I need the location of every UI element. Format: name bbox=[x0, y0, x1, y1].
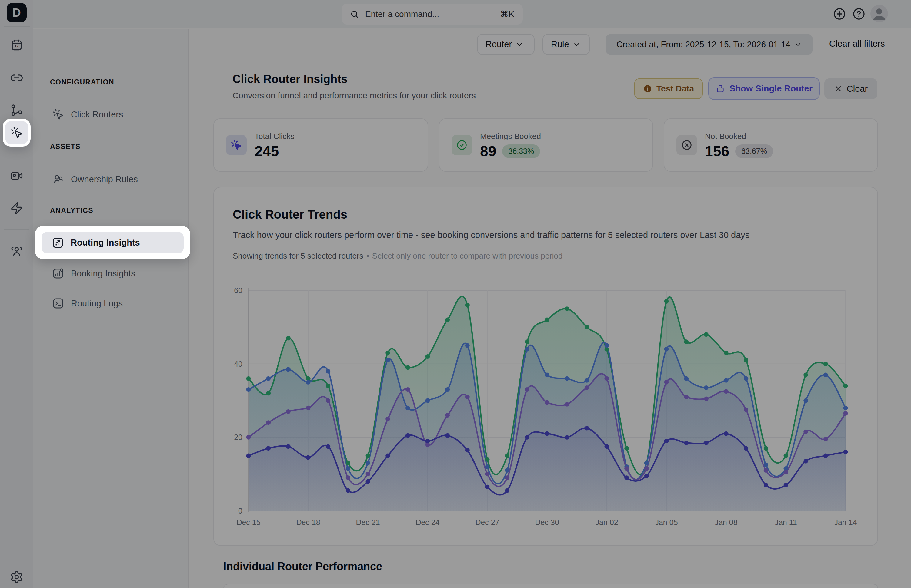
chart-trend-icon bbox=[52, 237, 64, 249]
sidebar-spotlight: Routing Insights bbox=[35, 226, 190, 259]
sidebar-item-label: Routing Insights bbox=[71, 238, 140, 248]
rail-spotlight bbox=[3, 119, 31, 147]
rail-item-click-routers-active[interactable] bbox=[5, 121, 28, 144]
sidebar-item-routing-insights[interactable]: Routing Insights bbox=[42, 232, 184, 254]
dim-overlay bbox=[0, 0, 911, 588]
cursor-click-icon bbox=[10, 126, 23, 139]
app-screen: D 17 bbox=[0, 0, 911, 588]
